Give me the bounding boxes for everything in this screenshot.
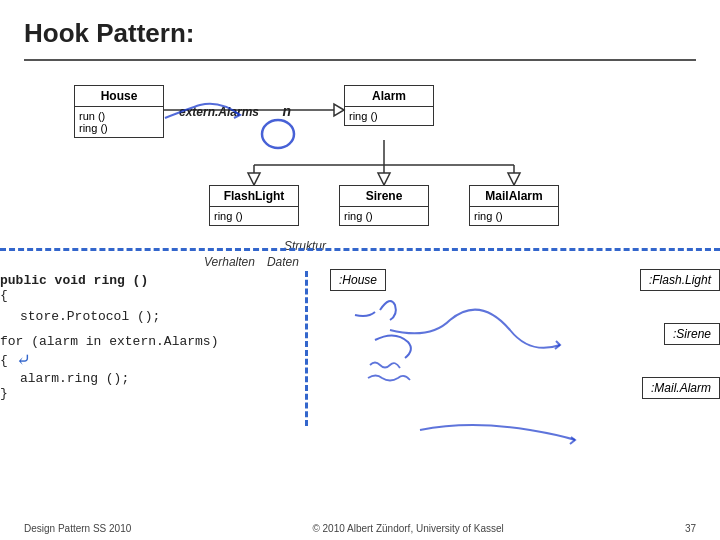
mailalarm-class-name: MailAlarm	[470, 186, 558, 207]
house-class-methods: run () ring ()	[75, 107, 163, 137]
section-divider	[0, 248, 720, 251]
mailalarm-class-methods: ring ()	[470, 207, 558, 225]
code-line-1: public void ring ()	[0, 273, 218, 288]
alarm-method-ring: ring ()	[349, 110, 429, 122]
mailalarm-method-ring: ring ()	[474, 210, 554, 222]
alarm-class-name: Alarm	[345, 86, 433, 107]
verhalten-label: Verhalten	[204, 255, 255, 269]
house-class-box: House run () ring ()	[74, 85, 164, 138]
footer-left: Design Pattern SS 2010	[24, 523, 131, 534]
code-line-3: store.Protocol ();	[20, 309, 218, 324]
svg-marker-5	[248, 173, 260, 185]
code-block: public void ring () { store.Protocol ();…	[0, 273, 218, 401]
footer: Design Pattern SS 2010 © 2010 Albert Zün…	[24, 523, 696, 534]
code-line-6: alarm.ring ();	[20, 371, 218, 386]
svg-marker-10	[508, 173, 520, 185]
inst-sirene-box: :Sirene	[664, 323, 720, 345]
inst-house-box: :House	[330, 269, 386, 291]
code-line-5: { ⤶	[0, 349, 218, 371]
svg-marker-7	[378, 173, 390, 185]
inst-mailalarm-box: :Mail.Alarm	[642, 377, 720, 399]
sirene-class-name: Sirene	[340, 186, 428, 207]
extern-alarms-label: extern.Alarms n	[179, 103, 291, 119]
alarm-class-box: Alarm ring ()	[344, 85, 434, 126]
page-title: Hook Pattern:	[24, 18, 696, 49]
sirene-class-methods: ring ()	[340, 207, 428, 225]
inst-flashlight-box: :Flash.Light	[640, 269, 720, 291]
flashlight-class-name: FlashLight	[210, 186, 298, 207]
page: Hook Pattern: House	[0, 0, 720, 540]
daten-label: Daten	[267, 255, 299, 269]
code-line-4: for (alarm in extern.Alarms)	[0, 334, 218, 349]
footer-right: © 2010 Albert Zündorf, University of Kas…	[312, 523, 503, 534]
house-method-ring: ring ()	[79, 122, 159, 134]
uml-diagram: House run () ring () extern.Alarms n Ala…	[24, 75, 696, 275]
footer-page: 37	[685, 523, 696, 534]
flashlight-class-box: FlashLight ring ()	[209, 185, 299, 226]
sirene-class-box: Sirene ring ()	[339, 185, 429, 226]
vertical-divider	[305, 271, 308, 426]
flashlight-method-ring: ring ()	[214, 210, 294, 222]
svg-marker-1	[334, 104, 344, 116]
bottom-section: Verhalten Daten public void ring () { st…	[0, 255, 720, 275]
house-class-name: House	[75, 86, 163, 107]
sirene-method-ring: ring ()	[344, 210, 424, 222]
top-divider	[24, 59, 696, 61]
house-method-run: run ()	[79, 110, 159, 122]
section-labels: Verhalten Daten	[24, 255, 696, 269]
mailalarm-class-box: MailAlarm ring ()	[469, 185, 559, 226]
alarm-class-methods: ring ()	[345, 107, 433, 125]
code-line-2: {	[0, 288, 218, 303]
flashlight-class-methods: ring ()	[210, 207, 298, 225]
code-line-7: }	[0, 386, 218, 401]
